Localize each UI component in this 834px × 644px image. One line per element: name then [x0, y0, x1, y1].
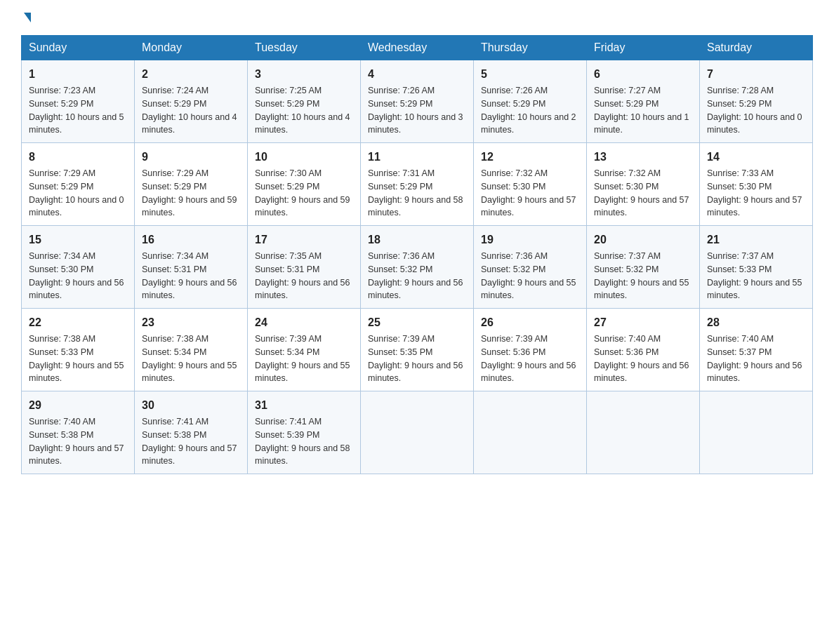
calendar-cell: 28Sunrise: 7:40 AMSunset: 5:37 PMDayligh… [700, 309, 813, 391]
day-number: 3 [255, 66, 353, 83]
day-number: 26 [481, 314, 579, 331]
day-info: Sunrise: 7:26 AMSunset: 5:29 PMDaylight:… [368, 84, 466, 137]
calendar-header-row: SundayMondayTuesdayWednesdayThursdayFrid… [22, 36, 813, 60]
day-info: Sunrise: 7:36 AMSunset: 5:32 PMDaylight:… [481, 250, 579, 302]
day-info: Sunrise: 7:37 AMSunset: 5:32 PMDaylight:… [594, 250, 692, 302]
day-number: 2 [142, 66, 240, 83]
day-info: Sunrise: 7:41 AMSunset: 5:38 PMDaylight:… [142, 415, 240, 468]
calendar-cell: 10Sunrise: 7:30 AMSunset: 5:29 PMDayligh… [248, 143, 361, 226]
day-number: 1 [29, 66, 127, 83]
day-number: 30 [142, 397, 240, 414]
calendar-cell: 13Sunrise: 7:32 AMSunset: 5:30 PMDayligh… [587, 143, 700, 226]
day-number: 28 [707, 314, 805, 331]
day-info: Sunrise: 7:38 AMSunset: 5:34 PMDaylight:… [142, 333, 240, 385]
calendar-cell: 2Sunrise: 7:24 AMSunset: 5:29 PMDaylight… [135, 60, 248, 143]
day-number: 13 [594, 149, 692, 166]
calendar-cell [700, 391, 813, 474]
calendar-cell: 20Sunrise: 7:37 AMSunset: 5:32 PMDayligh… [587, 226, 700, 309]
calendar-week-row: 15Sunrise: 7:34 AMSunset: 5:30 PMDayligh… [22, 226, 813, 309]
day-info: Sunrise: 7:28 AMSunset: 5:29 PMDaylight:… [707, 84, 805, 137]
day-number: 8 [29, 149, 127, 166]
header-cell-saturday: Saturday [700, 36, 813, 60]
calendar-cell: 21Sunrise: 7:37 AMSunset: 5:33 PMDayligh… [700, 226, 813, 309]
day-info: Sunrise: 7:41 AMSunset: 5:39 PMDaylight:… [255, 415, 353, 468]
day-number: 24 [255, 314, 353, 331]
day-info: Sunrise: 7:38 AMSunset: 5:33 PMDaylight:… [29, 333, 127, 385]
day-number: 14 [707, 149, 805, 166]
calendar-week-row: 22Sunrise: 7:38 AMSunset: 5:33 PMDayligh… [22, 309, 813, 391]
day-number: 5 [481, 66, 579, 83]
calendar-cell: 6Sunrise: 7:27 AMSunset: 5:29 PMDaylight… [587, 60, 700, 143]
calendar-week-row: 8Sunrise: 7:29 AMSunset: 5:29 PMDaylight… [22, 143, 813, 226]
day-number: 17 [255, 232, 353, 248]
calendar-cell: 8Sunrise: 7:29 AMSunset: 5:29 PMDaylight… [22, 143, 135, 226]
day-number: 11 [368, 149, 466, 166]
calendar-week-row: 29Sunrise: 7:40 AMSunset: 5:38 PMDayligh… [22, 391, 813, 474]
day-number: 7 [707, 66, 805, 83]
day-number: 23 [142, 314, 240, 331]
day-number: 31 [255, 397, 353, 414]
calendar-cell: 23Sunrise: 7:38 AMSunset: 5:34 PMDayligh… [135, 309, 248, 391]
day-info: Sunrise: 7:24 AMSunset: 5:29 PMDaylight:… [142, 84, 240, 137]
header-cell-tuesday: Tuesday [248, 36, 361, 60]
day-info: Sunrise: 7:31 AMSunset: 5:29 PMDaylight:… [368, 167, 466, 220]
day-info: Sunrise: 7:30 AMSunset: 5:29 PMDaylight:… [255, 167, 353, 220]
calendar-table: SundayMondayTuesdayWednesdayThursdayFrid… [21, 35, 813, 474]
calendar-cell: 12Sunrise: 7:32 AMSunset: 5:30 PMDayligh… [474, 143, 587, 226]
day-number: 9 [142, 149, 240, 166]
day-number: 18 [368, 232, 466, 248]
day-info: Sunrise: 7:37 AMSunset: 5:33 PMDaylight:… [707, 250, 805, 302]
day-info: Sunrise: 7:27 AMSunset: 5:29 PMDaylight:… [594, 84, 692, 137]
day-number: 4 [368, 66, 466, 83]
day-number: 20 [594, 232, 692, 248]
day-number: 15 [29, 232, 127, 248]
day-number: 19 [481, 232, 579, 248]
calendar-cell [587, 391, 700, 474]
day-info: Sunrise: 7:40 AMSunset: 5:36 PMDaylight:… [594, 333, 692, 385]
calendar-cell: 30Sunrise: 7:41 AMSunset: 5:38 PMDayligh… [135, 391, 248, 474]
header-cell-thursday: Thursday [474, 36, 587, 60]
day-number: 27 [594, 314, 692, 331]
header-cell-wednesday: Wednesday [361, 36, 474, 60]
page-header [21, 14, 813, 22]
header-cell-friday: Friday [587, 36, 700, 60]
day-number: 21 [707, 232, 805, 248]
calendar-cell: 9Sunrise: 7:29 AMSunset: 5:29 PMDaylight… [135, 143, 248, 226]
header-cell-monday: Monday [135, 36, 248, 60]
calendar-cell: 22Sunrise: 7:38 AMSunset: 5:33 PMDayligh… [22, 309, 135, 391]
day-info: Sunrise: 7:39 AMSunset: 5:35 PMDaylight:… [368, 333, 466, 385]
calendar-cell: 29Sunrise: 7:40 AMSunset: 5:38 PMDayligh… [22, 391, 135, 474]
day-info: Sunrise: 7:29 AMSunset: 5:29 PMDaylight:… [142, 167, 240, 220]
calendar-cell: 18Sunrise: 7:36 AMSunset: 5:32 PMDayligh… [361, 226, 474, 309]
calendar-cell: 17Sunrise: 7:35 AMSunset: 5:31 PMDayligh… [248, 226, 361, 309]
calendar-cell: 24Sunrise: 7:39 AMSunset: 5:34 PMDayligh… [248, 309, 361, 391]
day-number: 16 [142, 232, 240, 248]
day-info: Sunrise: 7:32 AMSunset: 5:30 PMDaylight:… [481, 167, 579, 220]
day-number: 22 [29, 314, 127, 331]
day-info: Sunrise: 7:26 AMSunset: 5:29 PMDaylight:… [481, 84, 579, 137]
day-info: Sunrise: 7:25 AMSunset: 5:29 PMDaylight:… [255, 84, 353, 137]
calendar-cell: 1Sunrise: 7:23 AMSunset: 5:29 PMDaylight… [22, 60, 135, 143]
day-info: Sunrise: 7:35 AMSunset: 5:31 PMDaylight:… [255, 250, 353, 302]
day-info: Sunrise: 7:40 AMSunset: 5:37 PMDaylight:… [707, 333, 805, 385]
day-number: 29 [29, 397, 127, 414]
calendar-cell: 7Sunrise: 7:28 AMSunset: 5:29 PMDaylight… [700, 60, 813, 143]
calendar-cell: 11Sunrise: 7:31 AMSunset: 5:29 PMDayligh… [361, 143, 474, 226]
day-info: Sunrise: 7:39 AMSunset: 5:34 PMDaylight:… [255, 333, 353, 385]
logo-arrow-icon [24, 13, 31, 22]
day-info: Sunrise: 7:39 AMSunset: 5:36 PMDaylight:… [481, 333, 579, 385]
calendar-cell: 19Sunrise: 7:36 AMSunset: 5:32 PMDayligh… [474, 226, 587, 309]
calendar-cell: 5Sunrise: 7:26 AMSunset: 5:29 PMDaylight… [474, 60, 587, 143]
calendar-cell: 25Sunrise: 7:39 AMSunset: 5:35 PMDayligh… [361, 309, 474, 391]
header-cell-sunday: Sunday [22, 36, 135, 60]
calendar-cell [474, 391, 587, 474]
day-number: 12 [481, 149, 579, 166]
calendar-cell: 4Sunrise: 7:26 AMSunset: 5:29 PMDaylight… [361, 60, 474, 143]
calendar-cell: 14Sunrise: 7:33 AMSunset: 5:30 PMDayligh… [700, 143, 813, 226]
day-info: Sunrise: 7:34 AMSunset: 5:30 PMDaylight:… [29, 250, 127, 302]
day-info: Sunrise: 7:23 AMSunset: 5:29 PMDaylight:… [29, 84, 127, 137]
calendar-cell: 3Sunrise: 7:25 AMSunset: 5:29 PMDaylight… [248, 60, 361, 143]
calendar-cell: 16Sunrise: 7:34 AMSunset: 5:31 PMDayligh… [135, 226, 248, 309]
day-number: 10 [255, 149, 353, 166]
day-info: Sunrise: 7:33 AMSunset: 5:30 PMDaylight:… [707, 167, 805, 220]
